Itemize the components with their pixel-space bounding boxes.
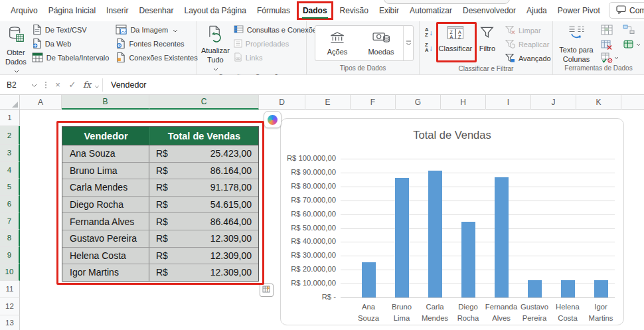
from-picture-button[interactable]: Da Imagem bbox=[116, 23, 197, 37]
table-cell-value[interactable]: R$12.309,00 bbox=[149, 230, 258, 247]
row-header-7[interactable]: 7 bbox=[0, 212, 20, 230]
remove-duplicates-icon[interactable] bbox=[601, 40, 613, 50]
row-header-13[interactable]: 13 bbox=[0, 315, 20, 330]
column-header-partial[interactable] bbox=[621, 95, 644, 110]
tab-ajuda[interactable]: Ajuda bbox=[521, 2, 552, 19]
table-cell-value[interactable]: R$91.178,00 bbox=[149, 179, 258, 196]
row-header-5[interactable]: 5 bbox=[0, 179, 20, 196]
table-cell-name[interactable]: Fernanda Alves bbox=[62, 213, 149, 230]
formula-input[interactable]: Vendedor bbox=[106, 80, 147, 90]
search-box-partial[interactable] bbox=[384, 0, 510, 4]
table-row[interactable]: Ana SouzaR$25.423,00 bbox=[62, 145, 258, 162]
table-cell-name[interactable]: Bruno Lima bbox=[62, 163, 149, 179]
sort-descending-button[interactable]: ZA ↓ bbox=[424, 41, 434, 55]
column-header-K[interactable]: K bbox=[576, 95, 621, 110]
sales-chart[interactable]: Total de Vendas R$ 100.000,00R$ 90.000,0… bbox=[280, 118, 624, 325]
table-cell-name[interactable]: Gustavo Pereira bbox=[62, 230, 149, 247]
table-cell-name[interactable]: Ana Souza bbox=[62, 145, 149, 162]
cancel-entry-icon[interactable]: × bbox=[50, 80, 65, 90]
select-all-corner[interactable] bbox=[0, 95, 20, 109]
tab-página-inicial[interactable]: Página Inicial bbox=[43, 2, 101, 19]
row-header-11[interactable]: 11 bbox=[0, 281, 20, 298]
from-web-button[interactable]: Da Web bbox=[32, 37, 110, 50]
tab-fórmulas[interactable]: Fórmulas bbox=[252, 2, 295, 19]
column-header-D[interactable]: D bbox=[259, 95, 305, 110]
from-table-range-button[interactable]: De Tabela/Intervalo bbox=[32, 51, 110, 64]
tab-arquivo[interactable]: Arquivo bbox=[5, 2, 43, 19]
stocks-data-type[interactable]: Ações bbox=[315, 26, 359, 60]
column-header-B[interactable]: B bbox=[62, 95, 149, 110]
tab-revisão[interactable]: Revisão bbox=[335, 2, 374, 19]
formula-bar-handle[interactable] bbox=[41, 82, 50, 88]
quick-analysis-button[interactable] bbox=[260, 284, 274, 297]
column-header-A[interactable]: A bbox=[20, 95, 62, 110]
table-cell-value[interactable]: R$25.423,00 bbox=[149, 145, 258, 162]
existing-connections-button[interactable]: Conexões Existentes bbox=[116, 51, 197, 64]
table-cell-value[interactable]: R$54.615,00 bbox=[149, 197, 258, 213]
sort-button[interactable]: ZAAZ Classificar bbox=[437, 23, 474, 54]
row-header-3[interactable]: 3 bbox=[0, 145, 20, 162]
table-cell-name[interactable]: Helena Costa bbox=[62, 248, 149, 264]
table-row[interactable]: Bruno LimaR$86.164,00 bbox=[62, 162, 258, 179]
tab-dados[interactable]: Dados bbox=[297, 1, 333, 20]
comments-button[interactable]: Coment bbox=[609, 2, 644, 19]
table-row[interactable]: Igor MartinsR$12.309,00 bbox=[62, 264, 258, 281]
data-validation-icon[interactable] bbox=[601, 52, 619, 63]
row-header-12[interactable]: 12 bbox=[0, 298, 20, 315]
table-row[interactable]: Gustavo PereiraR$12.309,00 bbox=[62, 230, 258, 247]
column-header-J[interactable]: J bbox=[531, 95, 576, 110]
relationships-icon[interactable] bbox=[623, 25, 635, 37]
column-header-H[interactable]: H bbox=[441, 95, 486, 110]
table-cell-name[interactable]: Diego Rocha bbox=[62, 197, 149, 213]
column-header-I[interactable]: I bbox=[486, 95, 531, 110]
table-row[interactable]: Diego RochaR$54.615,00 bbox=[62, 196, 258, 213]
table-row[interactable]: Helena CostaR$12.309,00 bbox=[62, 247, 258, 264]
sort-ascending-button[interactable]: AZ ↓ bbox=[424, 25, 434, 40]
row-header-2[interactable]: 2 bbox=[0, 126, 20, 145]
table-row[interactable]: Fernanda AlvesR$86.464,00 bbox=[62, 212, 258, 230]
from-text-csv-button[interactable]: De Text/CSV bbox=[32, 23, 110, 37]
column-header-F[interactable]: F bbox=[351, 95, 396, 110]
tab-power-pivot[interactable]: Power Pivot bbox=[552, 2, 605, 19]
confirm-entry-icon[interactable]: ✓ bbox=[65, 80, 80, 90]
currencies-data-type[interactable]: Moedas bbox=[359, 26, 403, 60]
row-header-1[interactable]: 1 bbox=[0, 110, 20, 126]
insert-function-button[interactable]: fx bbox=[80, 80, 94, 90]
column-header-G[interactable]: G bbox=[396, 95, 441, 110]
copilot-button[interactable] bbox=[264, 111, 282, 128]
chevron-down-icon bbox=[173, 26, 178, 34]
table-cell-name[interactable]: Igor Martins bbox=[62, 264, 149, 281]
table-cell-value[interactable]: R$12.309,00 bbox=[149, 264, 258, 281]
advanced-filter-button[interactable]: Avançado bbox=[505, 52, 551, 65]
tab-exibir[interactable]: Exibir bbox=[374, 2, 404, 19]
data-types-gallery: Ações Moedas bbox=[315, 25, 414, 61]
consolidate-icon[interactable] bbox=[601, 25, 613, 38]
row-header-6[interactable]: 6 bbox=[0, 196, 20, 213]
tab-automatizar[interactable]: Automatizar bbox=[404, 2, 457, 19]
tab-desenvolvedor[interactable]: Desenvolvedor bbox=[457, 2, 521, 19]
row-header-9[interactable]: 9 bbox=[0, 247, 20, 264]
gallery-more-button[interactable] bbox=[403, 26, 413, 60]
data-model-icon[interactable] bbox=[623, 39, 641, 50]
filter-button[interactable]: Filtro bbox=[474, 23, 501, 54]
row-header-10[interactable]: 10 bbox=[0, 264, 20, 281]
tab-inserir[interactable]: Inserir bbox=[101, 2, 133, 19]
table-row[interactable]: Carla MendesR$91.178,00 bbox=[62, 179, 258, 196]
tab-layout-da-página[interactable]: Layout da Página bbox=[179, 2, 251, 19]
get-data-button[interactable]: Obter Dados bbox=[5, 23, 27, 76]
table-cell-value[interactable]: R$86.464,00 bbox=[149, 213, 258, 230]
table-header-vendedor[interactable]: Vendedor bbox=[62, 127, 149, 145]
table-cell-value[interactable]: R$86.164,00 bbox=[149, 163, 258, 179]
recent-sources-button[interactable]: Fontes Recentes bbox=[116, 37, 197, 50]
name-box[interactable]: B2 bbox=[0, 75, 41, 94]
refresh-all-button[interactable]: Atualizar Tudo bbox=[201, 23, 230, 74]
table-cell-name[interactable]: Carla Mendes bbox=[62, 179, 149, 196]
column-header-E[interactable]: E bbox=[305, 95, 351, 110]
row-header-4[interactable]: 4 bbox=[0, 162, 20, 179]
text-to-columns-button[interactable]: Texto para Colunas bbox=[556, 23, 597, 64]
column-header-C[interactable]: C bbox=[149, 95, 259, 110]
tab-desenhar[interactable]: Desenhar bbox=[133, 2, 179, 19]
table-cell-value[interactable]: R$12.309,00 bbox=[149, 248, 258, 264]
table-header-total-de-vendas[interactable]: Total de Vendas bbox=[149, 127, 258, 145]
row-header-8[interactable]: 8 bbox=[0, 230, 20, 247]
